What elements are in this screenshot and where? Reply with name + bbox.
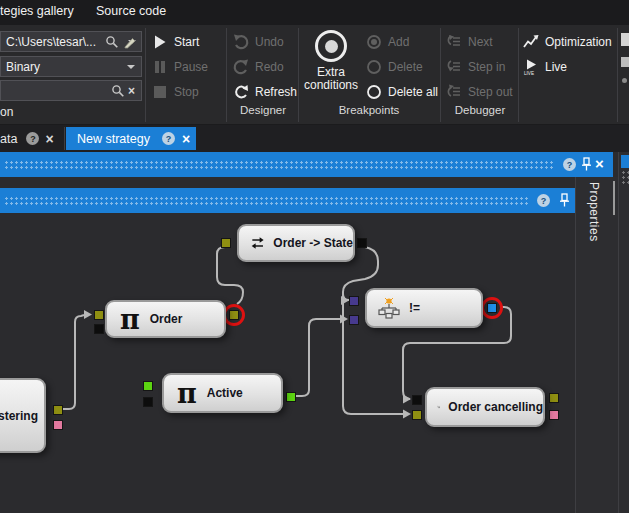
tab-properties[interactable]: Properties <box>587 182 601 242</box>
delete-all-breakpoints-label: Delete all <box>388 85 438 99</box>
port-input-olive[interactable] <box>412 410 422 420</box>
menu-item-source-code[interactable]: Source code <box>96 4 166 18</box>
tab-new-strategy[interactable]: New strategy ? × <box>66 127 196 150</box>
undo-button[interactable]: Undo <box>233 32 284 52</box>
left-group-label: on <box>0 105 13 119</box>
delete-breakpoint-icon <box>366 59 382 75</box>
chevron-down-icon[interactable] <box>127 65 135 69</box>
dock-titlebar-inner[interactable]: ? <box>0 188 575 213</box>
ribbon-separator <box>440 28 441 122</box>
document-tab-bar: ata ? × New strategy ? × <box>0 125 629 152</box>
drag-grip[interactable] <box>4 160 554 170</box>
step-out-button[interactable]: Step out <box>446 82 513 102</box>
start-label: Start <box>174 35 199 49</box>
search-icon[interactable] <box>111 84 125 98</box>
add-breakpoint-label: Add <box>388 35 409 49</box>
step-in-label: Step in <box>468 60 505 74</box>
ribbon: C:\Users\tesar\... Binary × on Start Pau… <box>0 25 629 125</box>
pencil-icon[interactable] <box>123 35 137 49</box>
undo-label: Undo <box>255 35 284 49</box>
step-in-button[interactable]: Step in <box>446 57 505 77</box>
port-input-black[interactable] <box>412 395 422 405</box>
port-output-olive[interactable] <box>229 310 239 320</box>
node-registering[interactable]: gistering <box>0 378 46 453</box>
ribbon-search-input[interactable]: × <box>0 80 142 101</box>
pin-icon[interactable] <box>581 157 592 172</box>
condition-icon <box>378 297 400 319</box>
search-icon[interactable] <box>105 35 119 49</box>
node-active[interactable]: π Active <box>162 373 283 413</box>
live-label: Live <box>545 60 567 74</box>
node-order-state[interactable]: Order -> State <box>237 224 355 262</box>
redo-button[interactable]: Redo <box>233 57 284 77</box>
extra-conditions-label-2: conditions <box>300 79 362 92</box>
dock-close-icon[interactable]: × <box>595 156 604 171</box>
dock-help-icon[interactable]: ? <box>563 158 576 171</box>
port-input-purple[interactable] <box>349 315 359 325</box>
port-output-pink[interactable] <box>549 410 559 420</box>
live-button[interactable]: LIVE Live <box>523 57 567 77</box>
pause-icon <box>152 59 168 75</box>
ribbon-separator <box>518 28 519 122</box>
port-input-black[interactable] <box>94 324 104 334</box>
port-input-olive[interactable] <box>94 310 104 320</box>
pause-label: Pause <box>174 60 208 74</box>
stop-button[interactable]: Stop <box>152 82 199 102</box>
clear-search-icon[interactable]: × <box>128 85 135 97</box>
add-breakpoint-button[interactable]: Add <box>366 32 409 52</box>
port-output-olive[interactable] <box>53 405 63 415</box>
port-output-green[interactable] <box>286 392 296 402</box>
step-out-icon <box>446 84 462 100</box>
node-label: gistering <box>0 409 38 423</box>
delete-all-breakpoints-button[interactable]: Delete all <box>366 82 438 102</box>
add-breakpoint-icon <box>366 34 382 50</box>
dock-titlebar-outer[interactable]: ? × <box>0 152 613 177</box>
cart-icon <box>437 397 440 417</box>
start-button[interactable]: Start <box>152 32 199 52</box>
dock-help-icon[interactable]: ? <box>537 194 550 207</box>
port-input-green[interactable] <box>143 381 153 391</box>
port-output-olive[interactable] <box>549 393 559 403</box>
drag-grip[interactable] <box>4 196 529 206</box>
port-output-pink[interactable] <box>53 420 63 430</box>
tab-close-icon[interactable]: × <box>182 132 190 146</box>
delete-breakpoint-button[interactable]: Delete <box>366 57 423 77</box>
type-combobox[interactable]: Binary <box>0 56 142 77</box>
pin-icon[interactable] <box>559 193 570 208</box>
live-icon: LIVE <box>523 59 539 75</box>
node-order-cancelling[interactable]: Order cancelling <box>425 387 545 427</box>
port-input-black[interactable] <box>143 397 153 407</box>
step-in-icon <box>446 59 462 75</box>
clipped-panel-grip <box>621 170 629 186</box>
tab-new-strategy-label: New strategy <box>77 132 150 146</box>
clipped-icon <box>621 33 629 46</box>
path-combobox[interactable]: C:\Users\tesar\... <box>0 31 142 52</box>
pause-button[interactable]: Pause <box>152 57 208 77</box>
group-label-breakpoints: Breakpoints <box>300 104 438 116</box>
stop-icon <box>152 84 168 100</box>
port-input-purple[interactable] <box>349 296 359 306</box>
optimization-button[interactable]: Optimization <box>523 32 612 52</box>
port-output-blue[interactable] <box>487 303 497 313</box>
node-order[interactable]: π Order <box>105 300 226 338</box>
tab-close-icon[interactable]: × <box>45 132 53 146</box>
delete-breakpoint-label: Delete <box>388 60 423 74</box>
ribbon-separator <box>298 28 299 122</box>
menu-bar: tegies gallery Source code <box>0 0 629 25</box>
scrollbar-thumb[interactable] <box>613 181 615 215</box>
next-button[interactable]: Next <box>446 32 493 52</box>
node-not-equal[interactable]: != <box>365 288 483 328</box>
tab-help-icon[interactable]: ? <box>162 132 175 145</box>
tab-data[interactable]: ata ? × <box>0 127 65 150</box>
menu-item-strategies-gallery[interactable]: tegies gallery <box>0 4 74 18</box>
port-input-olive[interactable] <box>221 238 231 248</box>
delete-all-breakpoints-icon <box>366 84 382 100</box>
clipped-icon <box>622 78 627 83</box>
clipped-icon <box>621 57 629 67</box>
step-out-label: Step out <box>468 85 513 99</box>
port-output-black[interactable] <box>357 238 367 248</box>
stop-label: Stop <box>174 85 199 99</box>
tab-help-icon[interactable]: ? <box>26 132 39 145</box>
extra-conditions-button[interactable]: Extra conditions <box>300 30 362 102</box>
refresh-button[interactable]: Refresh <box>233 82 297 102</box>
